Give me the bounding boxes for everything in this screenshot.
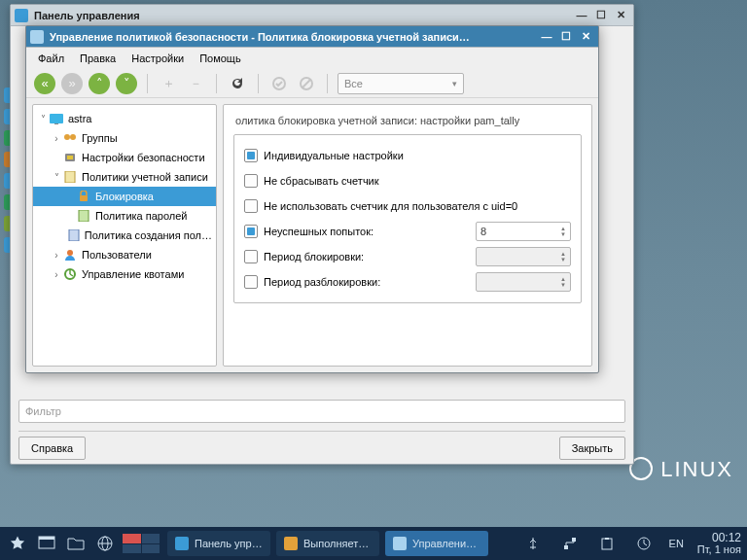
spinbox-fail-attempts[interactable]: 8▲▼	[476, 222, 571, 241]
tray-usb-icon[interactable]	[521, 532, 545, 555]
taskbar: Панель упр… Выполняет… Управлени… EN 00:…	[0, 527, 747, 560]
workspace-pager[interactable]	[123, 534, 160, 553]
close-dialog-button[interactable]: Закрыть	[559, 437, 625, 460]
titlebar-parent[interactable]: Панель управления — ☐ ✕	[11, 5, 633, 26]
remove-button: －	[185, 73, 206, 94]
label-unlock-period: Период разблокировки:	[264, 276, 380, 288]
tree-node-quotas[interactable]: ›Управление квотами	[33, 264, 216, 284]
clock-time: 00:12	[697, 532, 741, 543]
tray-clipboard-icon[interactable]	[595, 532, 619, 555]
titlebar-child[interactable]: Управление политикой безопасности - Поли…	[26, 26, 598, 48]
svg-rect-4	[54, 123, 58, 124]
taskbar-item-running[interactable]: Выполняет…	[276, 531, 379, 556]
task-icon	[284, 537, 298, 550]
spinbox-lock-period: ▲▼	[476, 247, 571, 266]
svg-rect-10	[80, 195, 88, 201]
cancel-button	[296, 73, 317, 94]
menu-settings[interactable]: Настройки	[125, 51, 190, 66]
row-unlock-period[interactable]: Период разблокировки: ▲▼	[244, 269, 571, 295]
checkbox-lock-period[interactable]	[244, 250, 258, 263]
minimize-button[interactable]: —	[573, 9, 590, 22]
task-icon	[175, 537, 189, 550]
tree-label: Группы	[82, 132, 118, 144]
row-no-root[interactable]: Не использовать счетчик для пользователя…	[244, 193, 571, 219]
app-icon	[15, 9, 28, 22]
tree-label: Блокировка	[95, 191, 154, 202]
nav-back-button[interactable]: «	[34, 73, 55, 94]
file-manager-button[interactable]	[64, 532, 88, 555]
help-button[interactable]: Справка	[18, 437, 86, 460]
task-label: Управлени…	[412, 538, 477, 549]
minimize-button[interactable]: —	[538, 30, 555, 44]
clock-date: Пт, 1 ноя	[697, 543, 741, 555]
tree-node-groups[interactable]: ›Группы	[33, 128, 216, 148]
tree-label: Пользователи	[82, 249, 152, 261]
titlebar-title: Управление политикой безопасности - Поли…	[50, 31, 470, 43]
checkbox-unlock-period[interactable]	[244, 275, 258, 289]
spinbox-value: 8	[480, 226, 560, 237]
tree-node-password-policy[interactable]: Политика паролей	[33, 206, 216, 226]
toolbar: « » ˄ ˅ ＋ － Все ▾	[26, 69, 598, 98]
tree-node-lockout[interactable]: Блокировка	[33, 187, 216, 206]
keyboard-layout[interactable]: EN	[669, 538, 684, 549]
tree-label: Политика создания пол…	[85, 229, 212, 241]
show-desktop-button[interactable]	[35, 532, 58, 555]
tree-label: Политика паролей	[95, 210, 188, 222]
system-tray: EN 00:12 Пт, 1 ноя	[521, 532, 741, 555]
label-no-reset: Не сбрасывать счетчик	[264, 175, 379, 187]
svg-rect-21	[572, 538, 576, 542]
filter-placeholder: Фильтр	[25, 405, 61, 417]
close-button[interactable]: ✕	[612, 9, 629, 22]
tree-node-security[interactable]: Настройки безопасности	[33, 148, 216, 167]
taskbar-item-control-panel[interactable]: Панель упр…	[167, 531, 270, 556]
close-button[interactable]: ✕	[577, 30, 594, 44]
svg-point-6	[70, 134, 76, 140]
refresh-button[interactable]	[227, 73, 248, 94]
filter-input[interactable]: Фильтр	[18, 400, 625, 423]
browser-button[interactable]	[93, 532, 117, 555]
row-individual[interactable]: Индивидуальные настройки	[244, 143, 571, 168]
titlebar-title: Панель управления	[34, 10, 140, 21]
task-label: Панель упр…	[195, 538, 263, 549]
checkbox-no-root[interactable]	[244, 199, 258, 213]
tree-label: Настройки безопасности	[82, 152, 205, 163]
svg-rect-22	[602, 539, 612, 549]
tree-panel[interactable]: ˅astra ›Группы Настройки безопасности ˅П…	[32, 104, 217, 367]
chevron-down-icon: ▾	[452, 79, 457, 88]
spinbox-arrows-icon: ▲▼	[560, 276, 566, 288]
row-fail-attempts[interactable]: Неуспешных попыток: 8▲▼	[244, 219, 571, 244]
label-lock-period: Период блокировки:	[264, 251, 364, 262]
spinbox-arrows-icon: ▲▼	[560, 251, 566, 262]
nav-down-button[interactable]: ˅	[116, 73, 137, 94]
tree-node-creation-policy[interactable]: Политика создания пол…	[33, 226, 216, 245]
checkbox-fail-attempts[interactable]	[244, 225, 258, 238]
menu-help[interactable]: Помощь	[194, 51, 247, 66]
tree-node-users[interactable]: ›Пользователи	[33, 245, 216, 264]
svg-rect-12	[69, 229, 79, 241]
tree-node-root[interactable]: ˅astra	[33, 109, 216, 128]
tree-node-account-policies[interactable]: ˅Политики учетной записи	[33, 167, 216, 187]
label-fail-attempts: Неуспешных попыток:	[264, 226, 374, 237]
window-security-policy: Управление политикой безопасности - Поли…	[25, 25, 599, 373]
svg-point-5	[64, 134, 70, 140]
clock[interactable]: 00:12 Пт, 1 ноя	[697, 532, 741, 555]
tree-label: Управление квотами	[82, 268, 184, 280]
filter-combo[interactable]: Все ▾	[338, 73, 464, 94]
maximize-button[interactable]: ☐	[592, 9, 610, 22]
taskbar-item-security-policy[interactable]: Управлени…	[385, 531, 488, 556]
label-no-root: Не использовать счетчик для пользователя…	[264, 200, 517, 212]
checkbox-no-reset[interactable]	[244, 174, 258, 188]
start-button[interactable]	[6, 532, 29, 555]
row-lock-period[interactable]: Период блокировки: ▲▼	[244, 244, 571, 269]
desktop-brand: LINUX	[629, 457, 733, 482]
maximize-button[interactable]: ☐	[557, 30, 575, 44]
row-no-reset[interactable]: Не сбрасывать счетчик	[244, 168, 571, 193]
tray-network-icon[interactable]	[558, 532, 582, 555]
spinbox-arrows-icon[interactable]: ▲▼	[560, 226, 566, 237]
menu-edit[interactable]: Правка	[74, 51, 122, 66]
tray-updates-icon[interactable]	[632, 532, 656, 555]
nav-up-button[interactable]: ˄	[89, 73, 110, 94]
menu-file[interactable]: Файл	[32, 51, 70, 66]
checkbox-individual[interactable]	[244, 149, 258, 162]
combo-value: Все	[344, 78, 363, 89]
